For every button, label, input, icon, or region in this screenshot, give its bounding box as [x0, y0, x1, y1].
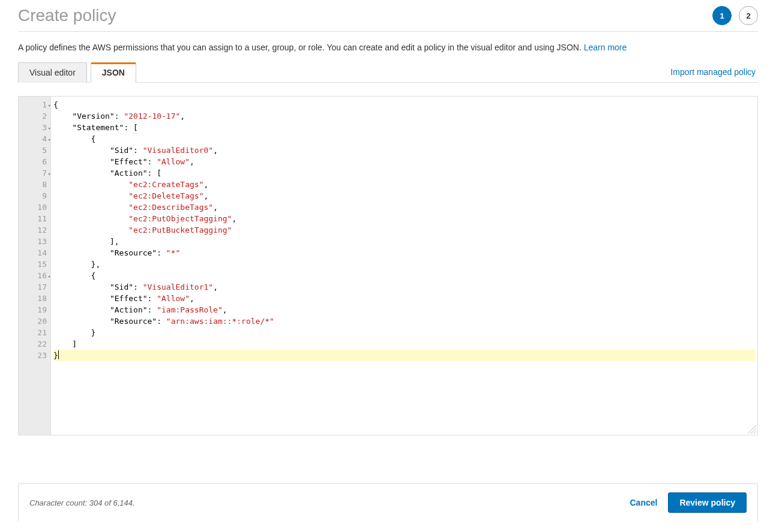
code-line[interactable]: } [53, 350, 755, 361]
code-line[interactable]: } [53, 327, 755, 338]
code-line[interactable]: "ec2:DescribeTags", [53, 202, 755, 213]
import-managed-policy-link[interactable]: Import managed policy [670, 67, 758, 77]
line-number: 18 [19, 293, 50, 304]
line-number: 7 [19, 167, 50, 179]
line-number: 23 [19, 350, 50, 361]
code-line[interactable]: "ec2:PutObjectTagging", [53, 213, 755, 224]
line-number: 14 [19, 247, 50, 259]
line-number: 20 [19, 315, 50, 327]
description-text: A policy defines the AWS permissions tha… [18, 43, 584, 52]
code-line[interactable]: "Action": "iam:PassRole", [53, 304, 755, 315]
cancel-button[interactable]: Cancel [630, 498, 657, 507]
line-number: 5 [19, 145, 50, 156]
code-line[interactable]: { [53, 270, 755, 281]
code-line[interactable]: }, [53, 259, 755, 270]
learn-more-link[interactable]: Learn more [584, 43, 627, 52]
line-number: 4 [19, 133, 50, 145]
line-number: 1 [19, 99, 50, 110]
code-line[interactable]: ] [53, 338, 755, 350]
line-number: 22 [19, 338, 50, 350]
character-count: Character count: 304 of 6,144. [29, 498, 135, 507]
line-number: 21 [19, 327, 50, 338]
line-number: 12 [19, 224, 50, 236]
code-line[interactable]: "ec2:PutBucketTagging" [53, 224, 755, 236]
code-line[interactable]: "Resource": "*" [53, 247, 755, 259]
code-line[interactable]: { [53, 99, 755, 110]
code-line[interactable]: "ec2:DeleteTags", [53, 190, 755, 202]
page-title: Create policy [18, 6, 116, 25]
line-number: 13 [19, 236, 50, 247]
json-editor[interactable]: 1234567891011121314151617181920212223 { … [18, 96, 758, 435]
code-line[interactable]: "Resource": "arn:aws:iam::*:role/*" [53, 315, 755, 327]
line-number: 11 [19, 213, 50, 224]
code-line[interactable]: "ec2:CreateTags", [53, 179, 755, 190]
wizard-step-2[interactable]: 2 [739, 6, 758, 25]
line-number: 17 [19, 281, 50, 293]
tab-visual-editor[interactable]: Visual editor [18, 62, 87, 83]
line-number: 19 [19, 304, 50, 315]
line-number: 8 [19, 179, 50, 190]
code-line[interactable]: "Statement": [ [53, 122, 755, 133]
text-cursor [58, 350, 59, 359]
code-line[interactable]: "Action": [ [53, 167, 755, 179]
line-number: 15 [19, 259, 50, 270]
wizard-step-1[interactable]: 1 [712, 6, 732, 25]
line-number: 9 [19, 190, 50, 202]
policy-editor-tabs: Visual editorJSON [18, 62, 136, 82]
code-line[interactable]: "Version": "2012-10-17", [53, 110, 755, 122]
code-line[interactable]: "Effect": "Allow", [53, 156, 755, 167]
code-line[interactable]: "Sid": "VisualEditor1", [53, 281, 755, 293]
wizard-steps: 12 [712, 6, 758, 25]
divider [18, 31, 758, 32]
editor-gutter: 1234567891011121314151617181920212223 [19, 97, 51, 435]
tab-json[interactable]: JSON [91, 62, 136, 83]
line-number: 2 [19, 110, 50, 122]
code-line[interactable]: "Effect": "Allow", [53, 293, 755, 304]
line-number: 16 [19, 270, 50, 281]
line-number: 6 [19, 156, 50, 167]
code-line[interactable]: { [53, 133, 755, 145]
footer-bar: Character count: 304 of 6,144. Cancel Re… [18, 483, 758, 521]
editor-code-area[interactable]: { "Version": "2012-10-17", "Statement": … [51, 97, 757, 435]
code-line[interactable]: "Sid": "VisualEditor0", [53, 145, 755, 156]
line-number: 10 [19, 202, 50, 213]
policy-description: A policy defines the AWS permissions tha… [18, 43, 758, 52]
code-line[interactable]: ], [53, 236, 755, 247]
line-number: 3 [19, 122, 50, 133]
resize-handle-icon[interactable] [748, 425, 756, 434]
review-policy-button[interactable]: Review policy [668, 492, 747, 513]
